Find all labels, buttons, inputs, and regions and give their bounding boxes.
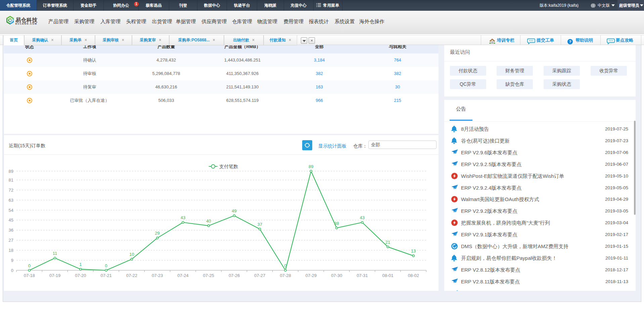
svg-text:18: 18 [9,248,13,253]
svg-text:9: 9 [11,258,13,263]
svg-text:89: 89 [9,169,13,174]
svg-text:21: 21 [385,240,390,245]
svg-text:63: 63 [9,198,13,203]
svg-text:支付笔数: 支付笔数 [219,164,238,169]
svg-text:08-01: 08-01 [382,273,393,278]
svg-text:07-21: 07-21 [100,273,111,278]
svg-text:38: 38 [334,221,339,226]
svg-text:07-30: 07-30 [331,273,342,278]
svg-text:07-25: 07-25 [203,273,214,278]
svg-text:29: 29 [155,231,159,236]
svg-text:36: 36 [9,228,13,233]
svg-text:0: 0 [105,263,107,268]
svg-text:49: 49 [232,208,236,213]
svg-text:?: ? [569,40,571,44]
svg-text:07-18: 07-18 [24,273,35,278]
svg-text:43: 43 [360,215,365,220]
svg-text:13: 13 [411,248,416,253]
svg-text:10: 10 [129,252,134,257]
svg-text:11: 11 [53,251,57,256]
svg-text:07-23: 07-23 [152,273,163,278]
svg-text:0: 0 [11,268,13,273]
svg-text:72: 72 [9,188,13,193]
svg-text:07-27: 07-27 [254,273,265,278]
svg-text:89: 89 [309,164,313,169]
svg-text:07-19: 07-19 [49,273,60,278]
svg-text:07-26: 07-26 [229,273,240,278]
svg-text:07-24: 07-24 [177,273,188,278]
svg-text:07-29: 07-29 [306,273,317,278]
svg-text:0: 0 [28,263,31,268]
svg-text:07-31: 07-31 [357,273,368,278]
svg-text:40: 40 [206,219,211,224]
svg-text:07-28: 07-28 [280,273,291,278]
svg-text:0: 0 [284,263,286,268]
svg-text:45: 45 [9,218,13,223]
svg-text:81: 81 [9,178,13,183]
svg-text:07-20: 07-20 [75,273,86,278]
svg-text:1: 1 [79,262,82,267]
svg-text:54: 54 [9,208,13,213]
svg-text:08-02: 08-02 [408,273,419,278]
svg-text:27: 27 [9,238,13,243]
svg-text:37: 37 [257,222,262,227]
svg-text:07-22: 07-22 [126,273,137,278]
svg-text:43: 43 [181,215,185,220]
